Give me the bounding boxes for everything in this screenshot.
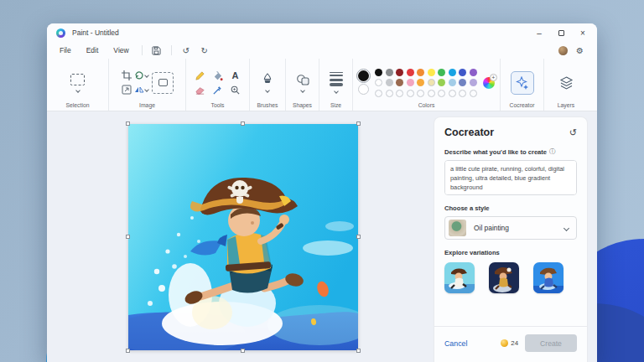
group-label-image: Image [139, 102, 155, 109]
resize-handle-sw[interactable] [126, 349, 130, 353]
palette-swatch[interactable] [438, 69, 445, 76]
panel-footer: Cancel 24 Create [434, 326, 587, 355]
selection-tool-button[interactable] [70, 74, 85, 92]
palette-swatch[interactable] [428, 69, 435, 76]
undo-button[interactable]: ↺ [177, 44, 195, 57]
prompt-input[interactable]: a little cute pirate, running, colorful,… [444, 160, 577, 195]
account-avatar[interactable] [558, 46, 568, 55]
menu-edit[interactable]: Edit [79, 44, 106, 57]
ribbon-group-image: Image [109, 59, 186, 111]
style-dropdown[interactable]: Oil painting [444, 216, 577, 240]
resize-handle-e[interactable] [356, 235, 361, 239]
variation-thumb-2[interactable] [489, 262, 519, 293]
layers-button[interactable] [554, 71, 578, 95]
flip-button[interactable] [134, 85, 148, 95]
palette-swatch[interactable] [470, 79, 477, 86]
eraser-icon[interactable] [195, 85, 205, 96]
resize-handle-se[interactable] [356, 349, 361, 353]
chevron-down-icon [564, 225, 569, 230]
paint-app-icon [56, 28, 65, 38]
palette-swatch[interactable] [428, 79, 435, 86]
resize-handle-n[interactable] [241, 122, 245, 126]
ribbon-group-selection: Selection [47, 59, 109, 111]
shapes-button[interactable] [296, 74, 309, 92]
custom-color-slot[interactable] [428, 90, 435, 97]
canvas-selection[interactable] [128, 124, 358, 350]
palette-swatch[interactable] [449, 79, 456, 86]
save-button[interactable] [148, 44, 166, 57]
custom-color-slot[interactable] [386, 90, 393, 97]
cocreator-button[interactable] [511, 71, 534, 95]
panel-title: Cocreator [444, 127, 494, 138]
close-button[interactable]: × [572, 24, 594, 41]
fill-bucket-icon[interactable] [212, 70, 223, 81]
resize-handle-w[interactable] [126, 235, 130, 239]
group-label-tools: Tools [211, 102, 225, 109]
crop-icon[interactable] [122, 70, 132, 80]
palette-swatch[interactable] [386, 79, 393, 86]
palette-swatch[interactable] [470, 69, 477, 76]
palette-swatch[interactable] [417, 79, 424, 86]
color-palette [375, 69, 477, 97]
resize-handle-nw[interactable] [126, 122, 130, 126]
cancel-button[interactable]: Cancel [444, 339, 467, 348]
settings-gear-icon[interactable]: ⚙ [576, 46, 584, 55]
group-label-brushes: Brushes [257, 102, 278, 109]
palette-swatch[interactable] [417, 69, 424, 76]
resize-handle-s[interactable] [241, 349, 245, 353]
info-icon[interactable]: ⓘ [549, 147, 556, 156]
custom-color-slot[interactable] [459, 90, 466, 97]
resize-handle-ne[interactable] [356, 122, 361, 126]
palette-swatch[interactable] [449, 69, 456, 76]
custom-color-slot[interactable] [396, 90, 403, 97]
eyedropper-icon[interactable] [212, 85, 223, 96]
menu-view[interactable]: View [106, 44, 136, 57]
color1-swatch[interactable] [358, 70, 369, 81]
palette-swatch[interactable] [407, 79, 414, 86]
palette-swatch[interactable] [459, 69, 466, 76]
menubar-divider [142, 45, 143, 55]
chevron-down-icon [144, 73, 149, 78]
text-tool-icon[interactable]: A [232, 71, 239, 80]
minimize-button[interactable]: – [528, 24, 550, 41]
chevron-down-icon[interactable] [75, 88, 80, 93]
style-label: Choose a style [444, 204, 577, 212]
edit-colors-wheel-icon[interactable] [483, 77, 495, 89]
palette-swatch[interactable] [375, 79, 382, 86]
magnifier-icon[interactable] [230, 85, 241, 96]
resize-icon[interactable] [122, 85, 132, 95]
pencil-icon[interactable] [195, 70, 205, 81]
history-icon[interactable]: ↺ [569, 127, 577, 138]
rotate-button[interactable] [134, 70, 148, 80]
variation-thumb-1[interactable] [444, 262, 475, 293]
custom-color-slot[interactable] [375, 90, 382, 97]
brushes-button[interactable] [262, 73, 273, 92]
palette-swatch[interactable] [375, 69, 382, 76]
create-button[interactable]: Create [525, 334, 577, 352]
maximize-button[interactable] [550, 24, 572, 41]
custom-color-slot[interactable] [407, 90, 414, 97]
ribbon-group-layers: Layers [544, 59, 588, 111]
chevron-down-icon [144, 87, 149, 92]
custom-color-slot[interactable] [449, 90, 456, 97]
palette-swatch[interactable] [386, 69, 393, 76]
palette-swatch[interactable] [438, 79, 445, 86]
ribbon-group-brushes: Brushes [250, 59, 286, 111]
group-label-layers: Layers [558, 102, 574, 109]
palette-swatch[interactable] [459, 79, 466, 86]
palette-swatch[interactable] [407, 69, 414, 76]
brush-icon [262, 73, 273, 85]
palette-swatch[interactable] [396, 79, 403, 86]
custom-color-slot[interactable] [438, 90, 445, 97]
redo-button[interactable]: ↻ [195, 44, 214, 57]
variation-thumb-3[interactable] [533, 262, 564, 293]
palette-swatch[interactable] [396, 69, 403, 76]
custom-color-slot[interactable] [470, 90, 477, 97]
size-button[interactable] [330, 72, 343, 94]
remove-background-button[interactable] [152, 72, 174, 94]
group-label-selection: Selection [66, 102, 90, 109]
menubar: File Edit View ↺ ↻ ⚙ [47, 42, 597, 59]
color2-swatch[interactable] [358, 84, 369, 95]
menu-file[interactable]: File [52, 44, 79, 57]
custom-color-slot[interactable] [417, 90, 424, 97]
